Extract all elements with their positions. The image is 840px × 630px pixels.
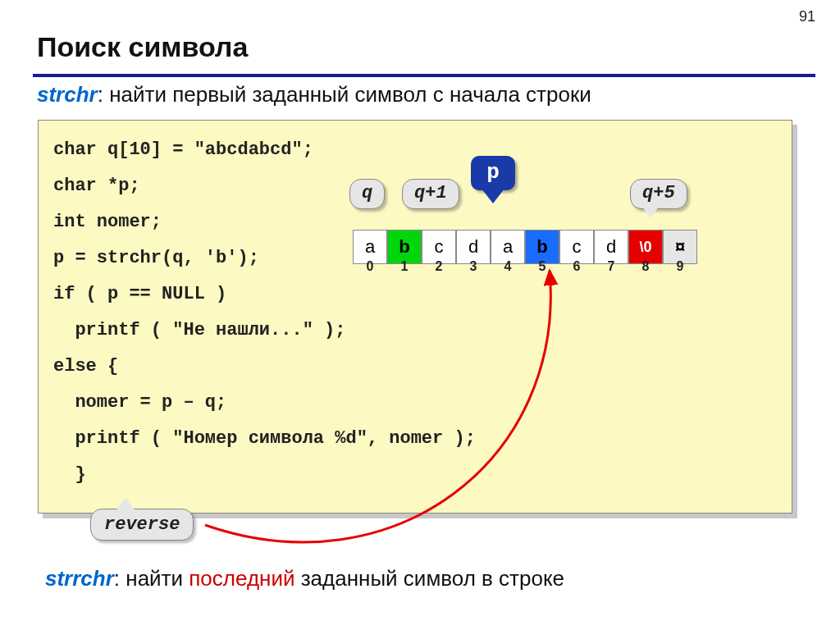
pointer-p: p bbox=[471, 156, 515, 190]
code-l4: p = strchr(q, 'b'); bbox=[53, 248, 259, 268]
array-visual: a0 b1 c2 d3 a4 b5 c6 d7 \08 ¤9 bbox=[353, 230, 697, 264]
code-l2: char *p; bbox=[53, 176, 140, 196]
callout-q1: q+1 bbox=[402, 179, 459, 209]
cell-5: b5 bbox=[525, 230, 559, 264]
callout-q5: q+5 bbox=[630, 179, 687, 209]
code-l1: char q[10] = "abcdabcd"; bbox=[53, 139, 313, 160]
code-l6: printf ( "Не нашли..." ); bbox=[53, 320, 345, 340]
code-l9: printf ( "Номер символа %d", nomer ); bbox=[53, 428, 476, 449]
subtitle-rest: : найти первый заданный символ c начала … bbox=[98, 82, 591, 107]
slide-title: Поиск символа bbox=[37, 31, 248, 63]
fn-strrchr: strrchr bbox=[45, 566, 114, 591]
bottom-last: последний bbox=[189, 566, 294, 591]
cell-8: \08 bbox=[628, 230, 663, 264]
code-l5: if ( p == NULL ) bbox=[53, 284, 226, 304]
code-l8: nomer = p – q; bbox=[53, 392, 226, 413]
page-number: 91 bbox=[799, 8, 815, 25]
cell-2: c2 bbox=[422, 230, 456, 264]
code-l7: else { bbox=[53, 356, 118, 377]
cell-1: b1 bbox=[387, 230, 422, 264]
fn-strchr: strchr bbox=[37, 82, 98, 107]
title-rule bbox=[33, 74, 815, 77]
code-l3: int nomer; bbox=[53, 212, 162, 232]
code-l10: } bbox=[53, 464, 86, 485]
bottom-pre: : найти bbox=[114, 566, 189, 591]
cell-7: d7 bbox=[594, 230, 628, 264]
cell-6: c6 bbox=[559, 230, 594, 264]
callout-reverse: reverse bbox=[90, 509, 194, 541]
subtitle: strchr: найти первый заданный символ c н… bbox=[37, 82, 591, 107]
cell-4: a4 bbox=[491, 230, 525, 264]
bottom-post: заданный символ в строке bbox=[294, 566, 564, 591]
bottom-line: strrchr: найти последний заданный символ… bbox=[45, 566, 564, 591]
cell-3: d3 bbox=[456, 230, 491, 264]
callout-q: q bbox=[349, 179, 385, 209]
cell-9: ¤9 bbox=[663, 230, 697, 264]
cell-0: a0 bbox=[353, 230, 387, 264]
